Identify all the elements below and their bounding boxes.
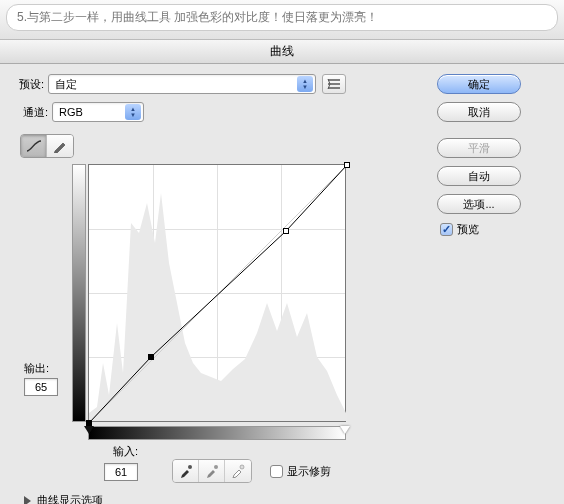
chevron-updown-icon: ▲▼ <box>297 76 313 92</box>
disclosure-triangle-icon <box>24 496 31 505</box>
curves-grid[interactable] <box>88 164 346 422</box>
curve-icon <box>25 139 43 153</box>
channel-label: 通道: <box>14 105 48 120</box>
preview-label: 预览 <box>457 222 479 237</box>
input-label: 输入: <box>88 444 138 459</box>
curve-point[interactable] <box>283 228 289 234</box>
white-point-slider[interactable] <box>340 426 350 434</box>
cancel-button[interactable]: 取消 <box>437 102 521 122</box>
preset-select[interactable]: 自定 ▲▼ <box>48 74 316 94</box>
gray-eyedropper[interactable] <box>199 460 225 482</box>
black-point-slider[interactable] <box>84 426 94 434</box>
curve-draw-tool[interactable] <box>47 135 73 157</box>
output-label: 输出: <box>24 361 49 376</box>
show-clipping-label: 显示修剪 <box>287 464 331 479</box>
svg-point-3 <box>240 465 244 469</box>
eyedropper-icon <box>205 464 219 478</box>
curve-point-selected[interactable] <box>148 354 154 360</box>
pencil-icon <box>53 139 67 153</box>
channel-value: RGB <box>59 106 83 118</box>
input-gradient-strip <box>88 426 346 440</box>
menu-icon <box>327 78 341 90</box>
preset-value: 自定 <box>55 77 77 92</box>
curve-line <box>89 165 347 423</box>
black-eyedropper[interactable] <box>173 460 199 482</box>
input-field[interactable]: 61 <box>104 463 138 481</box>
output-field[interactable]: 65 <box>24 378 58 396</box>
output-gradient-strip <box>72 164 86 422</box>
channel-select[interactable]: RGB ▲▼ <box>52 102 144 122</box>
curve-display-options-toggle[interactable]: 曲线显示选项 <box>24 493 394 504</box>
eyedropper-group <box>172 459 252 483</box>
disclosure-label: 曲线显示选项 <box>37 493 103 504</box>
preset-menu-button[interactable] <box>322 74 346 94</box>
preset-label: 预设: <box>10 77 44 92</box>
smooth-button[interactable]: 平滑 <box>437 138 521 158</box>
preview-checkbox[interactable] <box>440 223 453 236</box>
ok-button[interactable]: 确定 <box>437 74 521 94</box>
curve-edit-tools <box>20 134 74 158</box>
curve-point-highlight[interactable] <box>344 162 350 168</box>
auto-button[interactable]: 自动 <box>437 166 521 186</box>
window-title: 曲线 <box>0 40 564 64</box>
options-button[interactable]: 选项... <box>437 194 521 214</box>
instruction-bar: 5.与第二步一样，用曲线工具 加强色彩的对比度！使日落更为漂亮！ <box>6 4 558 31</box>
chevron-updown-icon: ▲▼ <box>125 104 141 120</box>
eyedropper-icon <box>179 464 193 478</box>
curve-point-tool[interactable] <box>21 135 47 157</box>
eyedropper-icon <box>231 464 245 478</box>
white-eyedropper[interactable] <box>225 460 251 482</box>
show-clipping-checkbox[interactable] <box>270 465 283 478</box>
svg-point-2 <box>214 465 218 469</box>
svg-point-1 <box>188 465 192 469</box>
